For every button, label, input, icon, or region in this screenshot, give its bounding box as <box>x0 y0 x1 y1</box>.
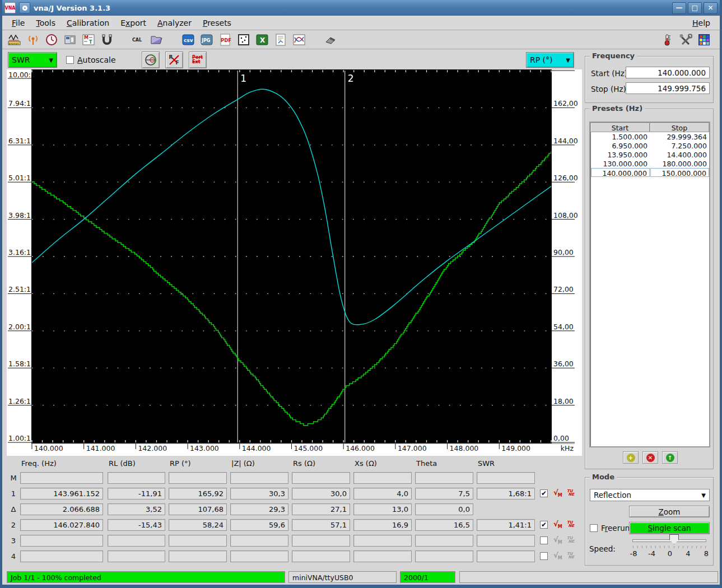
preset-row-start[interactable]: 1.500.000 <box>591 132 650 141</box>
marker-3-tune-icon[interactable]: TU NE <box>567 536 578 547</box>
autoscale-checkbox[interactable]: Autoscale <box>66 55 116 64</box>
preset-row-start[interactable]: 6.950.000 <box>591 141 650 150</box>
marker-2-tune-icon[interactable]: TU NE <box>567 521 578 531</box>
marker-M-0[interactable] <box>20 472 103 484</box>
marker-1-2[interactable]: 165,92 <box>169 488 227 500</box>
delete-preset-button[interactable]: ✕ <box>642 451 658 464</box>
marker-3-6[interactable] <box>415 535 473 547</box>
marker-3-7[interactable] <box>477 535 535 547</box>
marker-4-1[interactable] <box>108 550 165 562</box>
marker-Δ-3[interactable]: 29,3 <box>230 503 288 515</box>
marker-1-1[interactable]: -11,91 <box>108 488 165 500</box>
marker-2-show-checkbox[interactable]: ✔ <box>540 521 548 529</box>
marker-M-5[interactable] <box>353 472 412 484</box>
calibration-icon[interactable]: CAL <box>132 33 145 46</box>
chart-export-icon[interactable] <box>292 33 306 46</box>
maximize-button[interactable]: □ <box>688 2 702 14</box>
left-scale-select[interactable]: SWR ▼ <box>8 52 57 68</box>
open-folder-icon[interactable] <box>150 33 164 46</box>
marker-2-2[interactable]: 58,24 <box>169 519 227 531</box>
marker-1-3[interactable]: 30,3 <box>230 488 288 500</box>
minimize-button[interactable]: — <box>672 2 686 14</box>
jpg-export-icon[interactable]: JPG <box>200 33 213 46</box>
checkbox-box[interactable] <box>66 56 74 64</box>
marker-2-0[interactable]: 146.027.840 <box>20 519 103 531</box>
marker-2-7[interactable]: 1,41:1 <box>477 519 535 531</box>
xls-export-icon[interactable]: X <box>255 33 269 46</box>
marker-4-math-icon[interactable]: √M <box>553 551 565 561</box>
checkbox-box[interactable] <box>590 524 598 532</box>
antenna-icon[interactable] <box>26 33 40 46</box>
marker-3-2[interactable] <box>169 535 227 547</box>
speed-slider-thumb[interactable] <box>669 534 679 544</box>
marker-Δ-6[interactable]: 0,0 <box>415 503 473 515</box>
close-button[interactable]: ✕ <box>704 2 718 14</box>
marker-2-6[interactable]: 16,5 <box>415 519 473 531</box>
start-frequency-field[interactable]: 140.000.000 <box>626 67 710 78</box>
color-palette-icon[interactable] <box>697 33 711 46</box>
preset-row-stop[interactable]: 29.999.364 <box>650 132 709 141</box>
marker-1-math-icon[interactable]: √M <box>553 488 565 498</box>
zoom-button[interactable]: Zoom <box>629 506 710 517</box>
preset-row-stop[interactable]: 180.000.000 <box>650 159 709 168</box>
marker-1-show-checkbox[interactable]: ✔ <box>540 489 548 497</box>
marker-2-4[interactable]: 57,1 <box>292 519 350 531</box>
marker-4-6[interactable] <box>415 550 473 562</box>
report-icon[interactable] <box>274 33 287 46</box>
marker-4-4[interactable] <box>292 550 350 562</box>
smith-chart-button[interactable] <box>142 52 160 68</box>
preset-row-stop[interactable]: 14.400.000 <box>650 150 709 159</box>
marker-M-3[interactable] <box>230 472 288 484</box>
marker-3-3[interactable] <box>230 535 288 547</box>
marker-1-7[interactable]: 1,68:1 <box>477 488 535 500</box>
menu-export[interactable]: Export <box>115 17 151 29</box>
menu-file[interactable]: File <box>7 17 30 29</box>
preset-row-start[interactable]: 13.950.000 <box>591 150 650 159</box>
single-scan-button[interactable]: Single scan <box>629 522 710 534</box>
window-menu-icon[interactable] <box>19 2 30 13</box>
eraser-icon[interactable] <box>324 33 337 46</box>
marker-2-3[interactable]: 59,6 <box>230 519 288 531</box>
marker-3-0[interactable] <box>20 535 103 547</box>
marker-Δ-4[interactable]: 27,1 <box>292 503 350 515</box>
mode-select[interactable]: Reflection ▼ <box>590 489 710 501</box>
menu-calibration[interactable]: Calibration <box>62 17 114 29</box>
marker-M-2[interactable] <box>169 472 227 484</box>
freerun-checkbox[interactable]: Freerun <box>590 524 630 533</box>
apply-preset-button[interactable]: ↑ <box>662 451 678 464</box>
marker-4-show-checkbox[interactable] <box>540 552 548 560</box>
marker-1-0[interactable]: 143.961.152 <box>20 488 103 500</box>
marker-3-5[interactable] <box>353 535 412 547</box>
menu-help[interactable]: Help <box>687 17 715 29</box>
marker-Δ-5[interactable]: 13,0 <box>353 503 412 515</box>
marker-4-0[interactable] <box>20 550 103 562</box>
marker-3-1[interactable] <box>108 535 165 547</box>
magnet-icon[interactable] <box>100 33 114 46</box>
marker-3-4[interactable] <box>292 535 350 547</box>
marker-3-show-checkbox[interactable] <box>540 536 548 544</box>
marker-4-3[interactable] <box>230 550 288 562</box>
delete-reference-button[interactable]: R F <box>165 52 183 68</box>
marker-Δ-1[interactable]: 3,52 <box>108 503 165 515</box>
preset-row-start[interactable]: 130.000.000 <box>591 159 650 168</box>
marker-Δ-0[interactable]: 2.066.688 <box>20 503 103 515</box>
preset-row-stop[interactable]: 150.000.000 <box>650 168 709 177</box>
multi-tune-icon[interactable]: MT <box>82 33 95 46</box>
clock-icon[interactable] <box>45 33 58 46</box>
preset-col-stop[interactable]: Stop <box>650 123 709 132</box>
preset-row-stop[interactable]: 7.250.000 <box>650 141 709 150</box>
marker-4-tune-icon[interactable]: TU NE <box>567 552 578 562</box>
chart-area[interactable]: 10,00:17.94:16.31:15.01:13.98:13.16:12.5… <box>7 69 582 456</box>
marker-1-6[interactable]: 7,5 <box>415 488 473 500</box>
preset-col-start[interactable]: Start <box>590 123 650 132</box>
preset-row-start[interactable]: 140.000.000 <box>591 168 650 177</box>
menu-tools[interactable]: Tools <box>31 17 60 29</box>
raw-data-icon[interactable] <box>237 33 250 46</box>
stop-frequency-field[interactable]: 149.999.756 <box>626 82 710 94</box>
marker-3-math-icon[interactable]: √M <box>553 535 565 545</box>
port-extension-button[interactable]: PortExt <box>189 52 207 68</box>
marker-1-4[interactable]: 30,0 <box>292 488 350 500</box>
marker-1-5[interactable]: 4,0 <box>353 488 412 500</box>
menu-presets[interactable]: Presets <box>198 17 236 29</box>
pdf-export-icon[interactable]: PDF <box>218 33 232 46</box>
